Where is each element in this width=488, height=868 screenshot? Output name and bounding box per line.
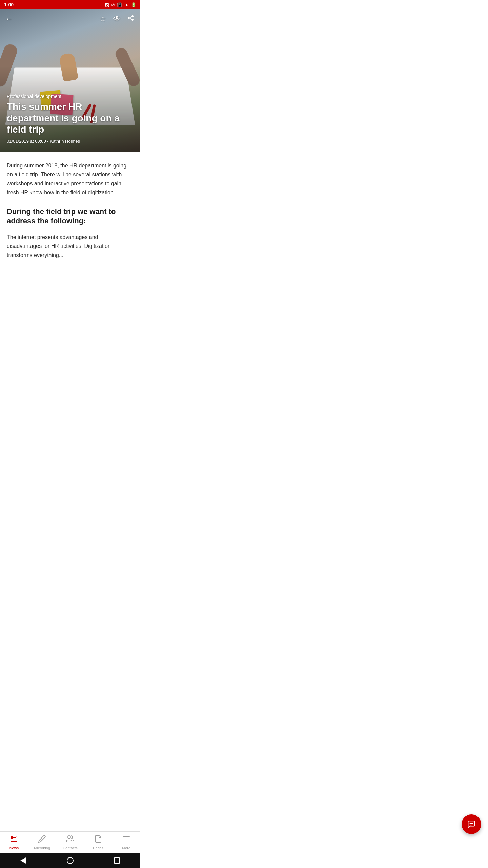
article-body: During summer 2018, the HR department is… [0,152,140,300]
svg-line-4 [130,16,132,18]
article-toolbar: ← ☆ 👁 [0,9,140,28]
no-disturb-icon: ⊘ [111,2,115,7]
toolbar-left: ← [5,15,13,23]
article-intro: During summer 2018, the HR department is… [7,161,134,197]
hero-category: Professional development [7,94,134,99]
svg-line-3 [130,18,132,20]
share-button[interactable] [127,14,135,24]
view-button[interactable]: 👁 [113,15,121,23]
hero-meta: 01/01/2019 at 00:00 - Kathrin Holmes [7,139,134,144]
status-time: 1:00 [4,2,14,7]
hero-title: This summer HR department is going on a … [7,101,134,135]
hero-caption: Professional development This summer HR … [7,94,134,144]
status-icons: 🖼 ⊘ 📳 ▲ 🔋 [105,2,136,7]
vibrate-icon: 📳 [117,2,122,7]
article-subheading: During the field trip we want to address… [7,207,134,226]
bookmark-button[interactable]: ☆ [100,15,106,23]
article-text: The internet presents advantages and dis… [7,233,134,260]
battery-icon: 🔋 [131,2,136,7]
toolbar-right: ☆ 👁 [100,14,135,24]
status-bar: 1:00 🖼 ⊘ 📳 ▲ 🔋 [0,0,140,9]
image-icon: 🖼 [105,2,109,7]
back-button[interactable]: ← [5,15,13,23]
hero-image: Professional development This summer HR … [0,9,140,152]
wifi-icon: ▲ [124,2,129,7]
